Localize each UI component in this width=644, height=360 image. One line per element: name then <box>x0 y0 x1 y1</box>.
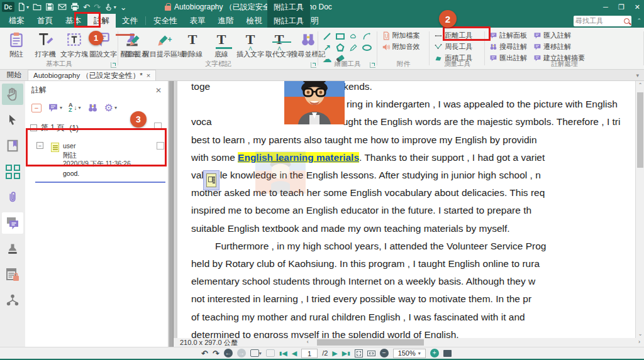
app-logo[interactable]: Dc <box>2 2 14 12</box>
migrate-comments-button[interactable]: 遷移註解 <box>531 41 587 52</box>
horizontal-scroll-thumb[interactable] <box>317 339 424 346</box>
document-tab[interactable]: Autobiography （已設定安全性）* × <box>28 70 156 80</box>
draw-polygon-tool[interactable] <box>334 42 347 53</box>
typewriter-button[interactable]: 打字機 <box>31 29 59 60</box>
new-document-button[interactable]: ▾ <box>17 1 29 13</box>
comment-panel-button[interactable]: 註解面板 <box>487 30 529 41</box>
collapse-group-icon[interactable]: − <box>30 124 37 131</box>
draw-cloud-tool[interactable] <box>347 31 360 41</box>
attachments-panel-button[interactable] <box>2 187 23 208</box>
distance-tool-button[interactable]: 距離工具 <box>432 30 482 41</box>
strip-options-icon[interactable]: ▾ <box>636 72 639 79</box>
scroll-right-icon[interactable]: › <box>638 339 640 345</box>
page-group-row[interactable]: − 第 1 頁 (1) <box>25 117 168 137</box>
tab-basic[interactable]: 基本 <box>59 14 87 28</box>
tab-advanced[interactable]: 進階 <box>212 14 240 28</box>
hand-tool-button[interactable] <box>2 84 23 105</box>
continuous-layout-button[interactable] <box>266 349 275 357</box>
pdf-page[interactable]: togekends. ring in kindergarten , I was … <box>177 81 635 338</box>
rotate-left-button[interactable]: ↶ <box>201 349 208 358</box>
insert-text-button[interactable]: T^ 插入文字 <box>236 29 264 60</box>
tab-file[interactable]: 檔案 <box>3 14 31 28</box>
tab-home[interactable]: 首頁 <box>31 14 59 28</box>
import-comments-button[interactable]: 匯入註解 <box>531 30 587 41</box>
textbox-button[interactable]: 文字方塊 <box>60 29 88 60</box>
draw-pencil-tool[interactable] <box>347 42 360 53</box>
fit-width-button[interactable] <box>367 351 375 356</box>
replace-text-button[interactable]: T^ 取代文字 <box>265 29 293 60</box>
touch-mode-button[interactable]: ▾ <box>104 1 116 13</box>
page-group-checkbox[interactable] <box>154 123 162 130</box>
print-button[interactable] <box>70 1 79 13</box>
scroll-down-icon[interactable]: ⌄ <box>636 331 644 337</box>
highlight-area-button[interactable]: + 醒目提示區域 <box>150 29 177 60</box>
draw-oval-tool[interactable] <box>360 42 373 53</box>
page-number-input[interactable]: 1 <box>301 349 318 358</box>
perimeter-tool-button[interactable]: 周長工具 <box>432 41 482 52</box>
close-button[interactable]: ✕ <box>635 3 640 11</box>
zoom-out-button[interactable]: − <box>380 349 389 357</box>
comment-settings-button[interactable]: ⚙ ▾ <box>104 102 117 114</box>
attach-sound-button[interactable]: 附加音效 <box>380 41 428 52</box>
draw-rectangle-tool[interactable] <box>334 31 347 41</box>
search-tools-box[interactable]: 尋找工具 <box>574 16 631 26</box>
scroll-up-icon[interactable]: ⌃ <box>636 82 644 88</box>
undo-button[interactable]: ↶ <box>83 1 90 13</box>
fit-page-button[interactable] <box>355 349 363 357</box>
vertical-scrollbar[interactable]: ⌃ ⌄ <box>635 81 644 338</box>
email-button[interactable] <box>58 1 67 13</box>
comment-list-item[interactable]: − user 附註 2020/3/9 下午 11:36:26 good. <box>35 141 165 183</box>
horizontal-scrollbar[interactable]: ‹ › <box>307 339 640 346</box>
first-page-button[interactable]: ◀ <box>279 349 287 357</box>
previous-page-button[interactable]: ◀ <box>292 349 297 357</box>
collapse-note-icon[interactable]: − <box>36 142 43 149</box>
maximize-button[interactable]: ❐ <box>618 3 625 11</box>
search-input[interactable]: 尋找工具 <box>575 16 622 26</box>
note-button[interactable]: 附註 <box>3 29 30 60</box>
document-view[interactable]: togekends. ring in kindergarten , I was … <box>174 81 644 338</box>
minimize-button[interactable]: ─ <box>603 3 608 11</box>
previous-view-button[interactable]: ← <box>224 349 233 357</box>
vertical-scroll-thumb[interactable] <box>637 92 643 168</box>
search-comments-panel-button[interactable] <box>87 102 98 113</box>
collapse-ribbon-button[interactable]: ⌃ <box>636 18 641 24</box>
tab-view[interactable]: 檢視 <box>240 14 269 28</box>
save-button[interactable] <box>45 1 54 13</box>
avatar-image[interactable] <box>284 81 345 124</box>
marquee-zoom-button[interactable] <box>443 350 452 357</box>
draw-arrow-tool[interactable]: ↗ <box>321 42 333 53</box>
zoom-level-select[interactable]: 150%▾ <box>393 349 426 358</box>
sort-comments-button[interactable]: AZ ↓ ▾ <box>69 103 81 112</box>
bookmarks-panel-button[interactable] <box>2 135 23 156</box>
underline-button[interactable]: T 底線 <box>208 29 235 60</box>
next-view-button[interactable]: → <box>237 349 246 357</box>
customize-qat-button[interactable]: ⌄ <box>120 1 127 13</box>
tab-security[interactable]: 安全性 <box>147 14 184 28</box>
draw-line-tool[interactable] <box>321 31 333 41</box>
attach-file-button[interactable]: 附加檔案 <box>380 30 428 41</box>
close-document-icon[interactable]: × <box>147 72 150 79</box>
dialog-launcher-icon[interactable] <box>311 62 316 68</box>
redo-button[interactable]: ↷ <box>94 1 101 13</box>
comments-panel-button[interactable] <box>2 212 23 234</box>
stamps-panel-button[interactable] <box>2 238 23 259</box>
security-panel-button[interactable] <box>2 264 23 285</box>
tab-comment[interactable]: 註解 <box>87 14 116 28</box>
tab-form[interactable]: 表單 <box>184 14 212 28</box>
next-page-button[interactable]: ▶ <box>332 349 337 357</box>
note-checkbox[interactable] <box>157 142 164 150</box>
page-thumbnails-button[interactable] <box>2 161 23 182</box>
panel-splitter[interactable] <box>169 81 174 347</box>
start-tab[interactable]: 開始 <box>0 70 28 80</box>
page-note-annotation[interactable] <box>203 170 219 190</box>
draw-arc-tool[interactable] <box>360 31 373 41</box>
open-file-button[interactable] <box>33 1 42 13</box>
last-page-button[interactable]: ▶ <box>342 349 350 357</box>
dialog-launcher-icon[interactable] <box>370 62 375 68</box>
close-panel-icon[interactable]: ✕ <box>155 86 162 95</box>
dialog-launcher-icon[interactable] <box>111 62 116 68</box>
tab-document[interactable]: 文件 <box>116 14 144 28</box>
collapse-all-button[interactable]: − <box>31 104 42 112</box>
add-comment-button[interactable]: ▾ <box>48 102 62 113</box>
rotate-right-button[interactable]: ↷ <box>213 349 219 358</box>
